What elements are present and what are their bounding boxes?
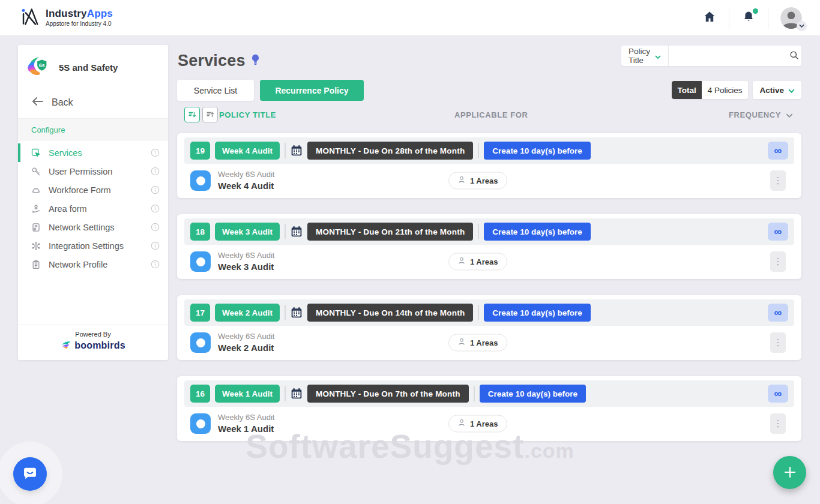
create-rule-badge: Create 10 day(s) before (480, 385, 586, 403)
create-rule-badge: Create 10 day(s) before (484, 142, 590, 160)
svg-text:6s: 6s (39, 62, 45, 68)
service-name: Weekly 6S Audit (218, 412, 274, 423)
policy-card-body: Weekly 6S Audit Week 4 Audit 1 Areas ⋮ (184, 164, 794, 197)
sidebar-item-network-profile[interactable]: Network Profile (18, 255, 168, 274)
divider (478, 305, 479, 320)
home-icon (702, 10, 717, 26)
sidebar-item-services[interactable]: Services (18, 143, 168, 162)
frequency-badge: MONTHLY - Due On 28th of the Month (307, 142, 473, 160)
service-app-icon (190, 413, 211, 434)
policy-title-text: Week 3 Audit (218, 261, 274, 273)
brand-name: IndustryApps (46, 8, 113, 20)
app-5s-safety-icon: 6s (26, 53, 52, 81)
area-icon (31, 203, 41, 214)
bulb-icon[interactable] (251, 54, 260, 68)
kebab-menu-button[interactable]: ⋮ (770, 251, 786, 272)
sidebar-item-area-form[interactable]: Area form (18, 199, 168, 218)
chat-widget-button[interactable] (13, 457, 47, 491)
policy-card-body: Weekly 6S Audit Week 2 Audit 1 Areas ⋮ (184, 326, 794, 359)
tab-recurrence-policy[interactable]: Recurrence Policy (260, 80, 364, 101)
avatar-chevron-icon[interactable] (797, 21, 807, 31)
info-icon[interactable] (151, 204, 160, 213)
sidebar-item-network-settings[interactable]: Network Settings (18, 218, 168, 236)
info-icon[interactable] (151, 148, 160, 157)
status-filter-label: Active (759, 86, 784, 95)
areas-count: 1 Areas (470, 176, 498, 185)
column-frequency[interactable]: FREQUENCY (729, 110, 793, 119)
kebab-menu-button[interactable]: ⋮ (770, 413, 786, 434)
sort-ascending-button[interactable] (202, 107, 218, 122)
key-icon (31, 166, 41, 176)
search-icon (789, 50, 799, 62)
create-rule-badge: Create 10 day(s) before (484, 304, 590, 322)
info-icon[interactable] (151, 167, 160, 176)
recurrence-infinity-button[interactable]: ∞ (768, 304, 788, 322)
calendar-icon (291, 145, 303, 157)
divider (285, 386, 286, 401)
areas-count: 1 Areas (470, 338, 498, 347)
add-policy-button[interactable] (773, 456, 806, 489)
column-policy-title: POLICY TITLE (219, 110, 276, 119)
boombirds-label: boombirds (74, 340, 125, 351)
industryapps-logo[interactable]: IndustryApps Appstore for Industry 4.0 (18, 5, 113, 31)
service-app-icon (190, 251, 211, 272)
recurrence-infinity-button[interactable]: ∞ (768, 385, 788, 403)
areas-chip[interactable]: 1 Areas (448, 334, 507, 352)
divider (285, 224, 286, 239)
create-rule-badge: Create 10 day(s) before (484, 223, 590, 241)
info-icon[interactable] (151, 260, 160, 269)
boombirds-brand[interactable]: boombirds (18, 339, 168, 352)
powered-by: Powered By boombirds (18, 325, 168, 360)
plus-icon (783, 464, 797, 482)
areas-chip[interactable]: 1 Areas (448, 253, 507, 271)
kebab-menu-button[interactable]: ⋮ (770, 332, 786, 353)
service-name: Weekly 6S Audit (218, 250, 274, 261)
policy-list: 19 Week 4 Audit MONTHLY - Due On 28th of… (177, 133, 801, 457)
boombirds-wing-icon (61, 339, 71, 352)
areas-chip[interactable]: 1 Areas (448, 172, 507, 190)
brand-tagline: Appstore for Industry 4.0 (46, 20, 113, 27)
divider (285, 143, 286, 158)
status-filter-select[interactable]: Active (753, 81, 801, 99)
policy-card: 17 Week 2 Audit MONTHLY - Due On 14th of… (177, 295, 801, 360)
calendar-icon (291, 226, 303, 238)
info-icon[interactable] (151, 185, 160, 194)
table-header: POLICY TITLE APPLICABLE FOR FREQUENCY (177, 107, 801, 124)
areas-count: 1 Areas (470, 257, 498, 266)
sort-descending-button[interactable] (184, 107, 200, 122)
policy-title-text: Week 1 Audit (218, 423, 274, 435)
home-button[interactable] (702, 10, 717, 26)
divider (474, 386, 475, 401)
powered-by-label: Powered By (18, 331, 168, 338)
back-button[interactable]: Back (18, 88, 168, 119)
chevron-down-icon (786, 110, 793, 119)
kebab-menu-button[interactable]: ⋮ (770, 170, 786, 191)
sidebar-app-header: 6s 5S and Safety (18, 45, 168, 88)
divider (768, 7, 768, 29)
service-name: Weekly 6S Audit (218, 331, 274, 342)
search-button[interactable] (787, 50, 805, 62)
policy-band: 19 Week 4 Audit MONTHLY - Due On 28th of… (184, 137, 794, 164)
search-filter-select[interactable]: Policy Title (621, 46, 669, 66)
recurrence-infinity-button[interactable]: ∞ (768, 223, 788, 241)
notifications-button[interactable] (741, 10, 756, 26)
sidebar-item-user-permission[interactable]: User Permission (18, 162, 168, 181)
divider (478, 224, 479, 239)
policy-name-badge: Week 4 Audit (215, 142, 280, 160)
infinity-icon: ∞ (774, 307, 782, 318)
chevron-down-icon (655, 52, 661, 61)
tab-service-list[interactable]: Service List (177, 80, 254, 101)
sidebar-nav: Services User Permission Workforce Form … (18, 141, 168, 274)
page-title: Services (178, 52, 246, 70)
areas-chip[interactable]: 1 Areas (448, 415, 507, 433)
recurrence-infinity-button[interactable]: ∞ (768, 142, 788, 160)
info-icon[interactable] (151, 223, 160, 232)
top-bar: IndustryApps Appstore for Industry 4.0 (0, 0, 820, 36)
policy-id-badge: 16 (190, 385, 210, 403)
policy-card: 18 Week 3 Audit MONTHLY - Due On 21th of… (177, 214, 801, 279)
sidebar-item-workforce-form[interactable]: Workforce Form (18, 181, 168, 199)
search-input[interactable] (669, 46, 787, 66)
person-icon (457, 176, 466, 186)
sidebar-item-integration-settings[interactable]: Integration Settings (18, 236, 168, 255)
info-icon[interactable] (151, 241, 160, 250)
